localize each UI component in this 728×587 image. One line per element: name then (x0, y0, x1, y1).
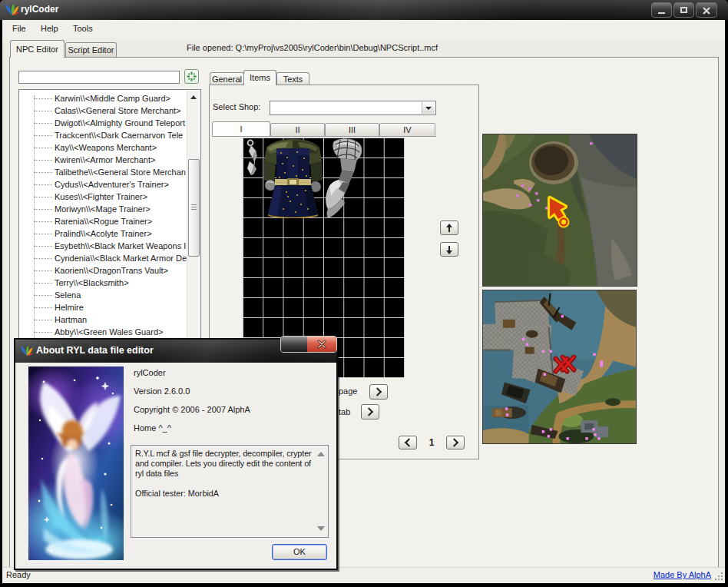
maximize-button[interactable] (673, 2, 694, 18)
item-silver-gauntlet[interactable] (323, 138, 364, 227)
close-button[interactable] (696, 2, 717, 18)
dialog-title: About RYL data file editor (36, 345, 154, 356)
about-dialog: About RYL data file editor (14, 338, 338, 570)
window-title: rylCoder (21, 4, 58, 15)
page-label: page (339, 386, 357, 396)
about-app-name: rylCoder (134, 368, 166, 377)
about-version: Version 2.6.0.0 (134, 386, 190, 396)
page-tab-4[interactable]: IV (379, 123, 435, 137)
tree-item[interactable]: Helmire (19, 301, 187, 313)
minimize-icon (658, 12, 665, 14)
menu-bar: File Help Tools (2, 20, 725, 38)
title-bar: rylCoder (0, 0, 728, 20)
tab-general[interactable]: General (210, 72, 244, 85)
map-terrain-image (482, 134, 637, 287)
tree-item[interactable]: Kaorien\\<DragonTrans Vault> (19, 264, 187, 277)
select-shop-label: Select Shop: (213, 102, 260, 111)
tab-texts[interactable]: Texts (276, 72, 309, 85)
about-description-box[interactable]: R.Y.L mcf & gsf file decrypter, decompil… (131, 445, 329, 538)
made-by-link[interactable]: Made By AlphA (654, 570, 711, 579)
maximize-icon (680, 7, 687, 13)
move-down-button[interactable] (440, 242, 458, 257)
tree-item[interactable]: Abby\\<Green Wales Guard> (19, 326, 187, 338)
tree-item[interactable]: Kuses\\<Fighter Trainer> (19, 191, 187, 203)
item-ornate-armor[interactable] (263, 138, 323, 218)
move-up-button[interactable] (440, 221, 458, 235)
close-icon (317, 340, 326, 349)
status-text: Ready (6, 570, 31, 579)
tab-script-editor[interactable]: Script Editor (65, 42, 117, 58)
chevron-down-icon (425, 107, 432, 110)
page-number: 1 (425, 437, 438, 448)
tree-item[interactable]: Hartman (19, 313, 187, 326)
ok-button[interactable]: OK (272, 544, 327, 560)
about-tester: Official tester: MorbidA (135, 489, 219, 498)
tree-item[interactable]: Moriwyn\\<Mage Trainer> (19, 203, 187, 215)
chevron-left-icon (405, 438, 413, 446)
prev-page-button[interactable] (399, 436, 417, 449)
combo-dropdown-button[interactable] (422, 102, 435, 114)
menu-help[interactable]: Help (41, 24, 58, 33)
next-page-button[interactable] (369, 384, 388, 400)
tab-label: tab (339, 407, 350, 416)
tree-item[interactable]: Kay\\<Weapons Merchant> (19, 141, 187, 154)
app-logo-icon (20, 345, 34, 357)
tree-item[interactable]: Cydus\\<Adventurer's Trainer> (19, 178, 187, 191)
map-marker-x (556, 357, 574, 372)
dialog-close-button[interactable] (307, 337, 336, 352)
dialog-minimize-button[interactable] (281, 337, 307, 352)
page-tab-1[interactable]: I (212, 121, 270, 137)
item-silver-pendant[interactable] (243, 138, 263, 177)
file-opened-label: File opened: Q:\myProj\vs2005\rylCoder\b… (187, 43, 438, 52)
chevron-right-icon (373, 387, 382, 396)
dialog-controls (280, 336, 337, 353)
menu-tools[interactable]: Tools (73, 24, 93, 33)
tree-item[interactable]: Trackcent\\<Dark Caernarvon Tele (19, 129, 187, 141)
search-button[interactable] (184, 69, 199, 84)
tree-scrollbar-thumb[interactable] (188, 159, 200, 257)
shop-combobox[interactable] (270, 101, 436, 115)
chevron-right-icon (365, 407, 373, 416)
app-logo-icon (5, 3, 20, 17)
green-crosshair-icon (187, 71, 197, 81)
tree-item[interactable]: Terry\\<Blacksmith> (19, 277, 187, 289)
anime-angel-artwork (28, 366, 124, 560)
scroll-grip-icon (191, 204, 197, 210)
arrow-down-icon (448, 246, 450, 254)
menu-file[interactable]: File (12, 24, 26, 33)
scroll-down-icon[interactable] (317, 526, 325, 531)
page-tab-2[interactable]: II (270, 123, 325, 137)
next-page-button2[interactable] (446, 436, 465, 449)
tab-npc-editor[interactable]: NPC Editor (10, 40, 65, 58)
npc-search-input[interactable] (18, 71, 180, 84)
scroll-up-icon[interactable] (190, 95, 197, 99)
minimize-button[interactable] (651, 2, 672, 18)
tab-items[interactable]: Items (243, 70, 276, 85)
tree-item[interactable]: Selena (19, 289, 187, 301)
about-copyright: Copyright © 2006 - 2007 AlphA (134, 405, 250, 414)
tree-item[interactable]: Talibethe\\<General Store Merchan (19, 166, 187, 178)
tree-item[interactable]: Kwiren\\<Armor Merchant> (19, 154, 187, 166)
tree-item[interactable]: Rarenia\\<Rogue Trainer> (19, 215, 187, 227)
tree-item[interactable]: Esybeth\\<Black Market Weapons I (19, 240, 187, 252)
next-tab-button[interactable] (361, 404, 379, 420)
about-home-link[interactable]: Home ^_^ (134, 423, 171, 433)
tree-item[interactable]: Pralind\\<Acolyte Trainer> (19, 227, 187, 240)
resize-grip[interactable] (714, 572, 723, 581)
map-harbor-image (482, 290, 637, 444)
tree-item[interactable]: Cyndenia\\<Black Market Armor De (19, 252, 187, 264)
chevron-right-icon (450, 438, 458, 446)
close-icon (703, 7, 710, 15)
scroll-up-icon[interactable] (317, 452, 325, 456)
tree-item[interactable]: Karwin\\<Middle Camp Guard> (19, 92, 187, 104)
about-description: R.Y.L mcf & gsf file decrypter, decompil… (135, 449, 321, 479)
page-tab-3[interactable]: III (325, 123, 379, 137)
tree-item[interactable]: Dwigot\\<Almighty Ground Teleport (19, 117, 187, 129)
arrow-up-icon (448, 224, 450, 232)
tree-item[interactable]: Calas\\<General Store Merchant> (19, 104, 187, 117)
